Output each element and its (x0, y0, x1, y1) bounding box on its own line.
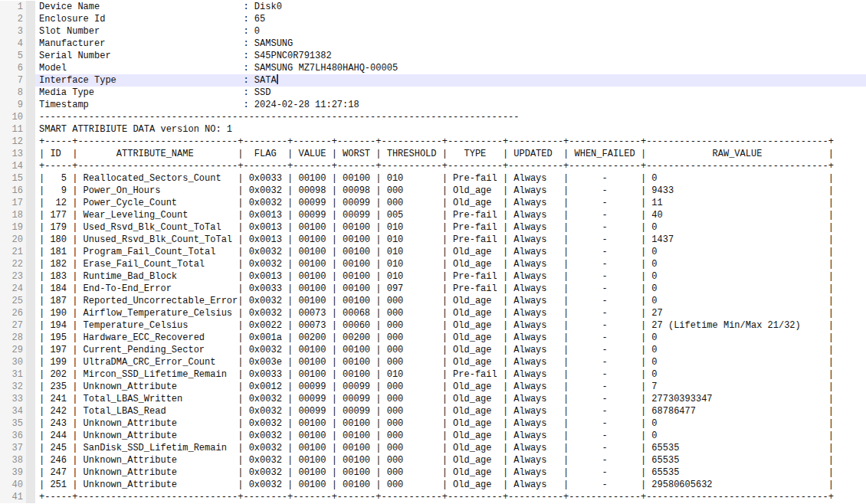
code-line-text[interactable]: Model : SAMSUNG MZ7LH480HAHQ-00005 (35, 62, 866, 74)
line-number[interactable]: 29 (0, 344, 26, 356)
line-number[interactable]: 26 (0, 307, 26, 319)
fold-margin (26, 430, 35, 442)
line-number[interactable]: 11 (0, 123, 26, 136)
line-number[interactable]: 4 (0, 38, 26, 50)
code-line-text[interactable]: | 195 | Hardware_ECC_Recovered | 0x001a … (35, 332, 866, 344)
code-line-text[interactable]: | 241 | Total_LBAS_Written | 0x0032 | 00… (35, 393, 866, 405)
line-number[interactable]: 6 (0, 62, 26, 74)
line-number[interactable]: 8 (0, 87, 26, 99)
line-number[interactable]: 37 (0, 442, 26, 454)
line-number[interactable]: 10 (0, 111, 26, 123)
editor-line: 8Media Type : SSD (0, 87, 866, 99)
line-number[interactable]: 18 (0, 209, 26, 221)
line-number[interactable]: 3 (0, 25, 26, 38)
code-line-text[interactable]: ----------------------------------------… (35, 111, 866, 123)
code-line-text[interactable]: Timestamp : 2024-02-28 11:27:18 (35, 99, 866, 111)
editor-lines-container: 1Device Name : Disk02Enclosure Id : 653S… (0, 1, 866, 503)
code-line-text[interactable]: | 190 | Airflow_Temperature_Celsius | 0x… (35, 307, 866, 319)
line-number[interactable]: 27 (0, 319, 26, 332)
code-line-text[interactable]: | 197 | Current_Pending_Sector | 0x0032 … (35, 344, 866, 356)
line-number[interactable]: 32 (0, 381, 26, 393)
code-line-text[interactable]: | 202 | Mircon_SSD_Lifetime_Remain | 0x0… (35, 368, 866, 381)
code-line-text[interactable]: | 199 | UltraDMA_CRC_Error_Count | 0x003… (35, 356, 866, 368)
line-number[interactable]: 7 (0, 74, 26, 87)
code-line-text[interactable]: | 194 | Temperature_Celsius | 0x0022 | 0… (35, 319, 866, 332)
line-number[interactable]: 17 (0, 197, 26, 209)
line-number[interactable]: 39 (0, 466, 26, 479)
line-number[interactable]: 30 (0, 356, 26, 368)
code-line-text[interactable]: Slot Number : 0 (35, 25, 866, 38)
code-line-text[interactable]: +-----+-----------------------------+---… (35, 136, 866, 148)
line-number[interactable]: 31 (0, 368, 26, 381)
code-line-text[interactable]: | 184 | End-To-End_Error | 0x0033 | 0010… (35, 283, 866, 295)
code-line-text[interactable]: Interface Type : SATA (35, 74, 866, 87)
editor-line: 10--------------------------------------… (0, 111, 866, 123)
line-number[interactable]: 35 (0, 417, 26, 430)
code-line-text[interactable]: | 5 | Reallocated_Sectors_Count | 0x0033… (35, 172, 866, 185)
line-number[interactable]: 21 (0, 246, 26, 258)
code-line-text[interactable]: Media Type : SSD (35, 87, 866, 99)
code-line-text[interactable]: | 251 | Unknown_Attribute | 0x0032 | 001… (35, 479, 866, 491)
line-number[interactable]: 15 (0, 172, 26, 185)
line-number[interactable]: 36 (0, 430, 26, 442)
line-number[interactable]: 33 (0, 393, 26, 405)
fold-margin (26, 111, 35, 123)
code-line-text[interactable]: | 179 | Used_Rsvd_Blk_Count_ToTal | 0x00… (35, 221, 866, 234)
line-number[interactable]: 1 (0, 1, 26, 13)
code-line-text[interactable]: | 183 | Runtime_Bad_Block | 0x0013 | 001… (35, 270, 866, 283)
line-number[interactable]: 25 (0, 295, 26, 307)
fold-margin (26, 172, 35, 185)
text-editor[interactable]: 1Device Name : Disk02Enclosure Id : 653S… (0, 0, 866, 504)
code-line-text[interactable]: | 245 | SanDisk_SSD_Lifetim_Remain | 0x0… (35, 442, 866, 454)
code-line-text[interactable]: +-----+-----------------------------+---… (35, 491, 866, 503)
fold-margin (26, 368, 35, 381)
line-number[interactable]: 41 (0, 491, 26, 503)
line-number[interactable]: 19 (0, 221, 26, 234)
code-line-text[interactable]: | 180 | Unused_Rsvd_Blk_Count_ToTal | 0x… (35, 234, 866, 246)
code-line-text[interactable]: Device Name : Disk0 (35, 1, 866, 13)
line-number[interactable]: 2 (0, 13, 26, 25)
code-line-text[interactable]: | 235 | Unknown_Attribute | 0x0012 | 000… (35, 381, 866, 393)
line-number[interactable]: 9 (0, 99, 26, 111)
line-number[interactable]: 28 (0, 332, 26, 344)
fold-margin (26, 356, 35, 368)
line-number[interactable]: 38 (0, 454, 26, 466)
line-number[interactable]: 13 (0, 148, 26, 160)
code-line-text[interactable]: | 181 | Program_Fail_Count_Total | 0x003… (35, 246, 866, 258)
code-line-text[interactable]: Manufacturer : SAMSUNG (35, 38, 866, 50)
fold-margin (26, 319, 35, 332)
editor-line: 3Slot Number : 0 (0, 25, 866, 38)
line-number[interactable]: 34 (0, 405, 26, 417)
editor-line: 21| 181 | Program_Fail_Count_Total | 0x0… (0, 246, 866, 258)
line-number[interactable]: 23 (0, 270, 26, 283)
code-line-text[interactable]: | 247 | Unknown_Attribute | 0x0032 | 001… (35, 466, 866, 479)
line-number[interactable]: 14 (0, 160, 26, 172)
fold-margin (26, 25, 35, 38)
code-line-text[interactable]: | 12 | Power_Cycle_Count | 0x0032 | 0009… (35, 197, 866, 209)
code-line-text[interactable]: | 242 | Total_LBAS_Read | 0x0032 | 00099… (35, 405, 866, 417)
code-line-text[interactable]: | 244 | Unknown_Attribute | 0x0032 | 001… (35, 430, 866, 442)
code-line-text[interactable]: | 177 | Wear_Leveling_Count | 0x0013 | 0… (35, 209, 866, 221)
editor-line: 11SMART ATTRIBIUTE DATA version NO: 1 (0, 123, 866, 136)
line-number[interactable]: 12 (0, 136, 26, 148)
fold-margin (26, 270, 35, 283)
code-line-text[interactable]: +-----+-----------------------------+---… (35, 160, 866, 172)
code-line-text[interactable]: | 9 | Power_On_Hours | 0x0032 | 00098 | … (35, 185, 866, 197)
line-number[interactable]: 5 (0, 50, 26, 62)
line-number[interactable]: 24 (0, 283, 26, 295)
line-number[interactable]: 22 (0, 258, 26, 270)
code-line-text[interactable]: SMART ATTRIBIUTE DATA version NO: 1 (35, 123, 866, 136)
fold-margin (26, 1, 35, 13)
code-line-text[interactable]: | 182 | Erase_Fail_Count_Total | 0x0032 … (35, 258, 866, 270)
code-line-text[interactable]: | ID | ATTRIBUTE_NAME | FLAG | VALUE | W… (35, 148, 866, 160)
code-line-text[interactable]: Serial Number : S45PNC0R791382 (35, 50, 866, 62)
line-number[interactable]: 40 (0, 479, 26, 491)
editor-line: 35| 243 | Unknown_Attribute | 0x0032 | 0… (0, 417, 866, 430)
code-line-text[interactable]: | 246 | Unknown_Attribute | 0x0032 | 001… (35, 454, 866, 466)
line-number[interactable]: 16 (0, 185, 26, 197)
code-line-text[interactable]: | 243 | Unknown_Attribute | 0x0032 | 001… (35, 417, 866, 430)
editor-line: 5Serial Number : S45PNC0R791382 (0, 50, 866, 62)
code-line-text[interactable]: | 187 | Reported_Uncorrectable_Error| 0x… (35, 295, 866, 307)
line-number[interactable]: 20 (0, 234, 26, 246)
code-line-text[interactable]: Enclosure Id : 65 (35, 13, 866, 25)
